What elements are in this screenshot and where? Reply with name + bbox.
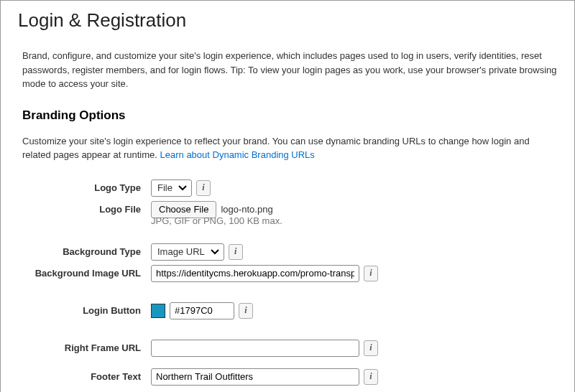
chevron-down-icon xyxy=(178,185,187,191)
login-button-color-swatch[interactable] xyxy=(151,304,165,318)
info-icon: i xyxy=(369,268,372,279)
footer-text-input[interactable] xyxy=(151,368,359,386)
info-icon: i xyxy=(369,342,372,353)
right-frame-input[interactable] xyxy=(151,340,359,357)
branding-section-description: Customize your site's login experience t… xyxy=(22,134,557,162)
logo-type-label: Logo Type xyxy=(18,179,151,193)
footer-text-row: Footer Text i xyxy=(18,368,557,386)
background-type-label: Background Type xyxy=(18,243,151,257)
login-button-color-input[interactable] xyxy=(170,302,234,319)
logo-file-label: Logo File xyxy=(18,201,151,215)
footer-text-info-button[interactable]: i xyxy=(364,369,378,385)
background-type-value: Image URL xyxy=(157,246,205,257)
logo-filename: logo-nto.png xyxy=(221,204,272,215)
logo-type-info-button[interactable]: i xyxy=(196,180,211,196)
right-frame-row: Right Frame URL i xyxy=(18,340,557,357)
branding-section-title: Branding Options xyxy=(22,108,557,123)
info-icon: i xyxy=(202,182,204,193)
right-frame-info-button[interactable]: i xyxy=(364,340,378,356)
background-url-input[interactable] xyxy=(151,265,359,282)
login-registration-panel: Login & Registration Brand, configure, a… xyxy=(0,0,575,392)
page-title: Login & Registration xyxy=(18,9,557,32)
background-url-row: Background Image URL i xyxy=(18,265,557,282)
background-url-info-button[interactable]: i xyxy=(364,266,378,281)
background-url-label: Background Image URL xyxy=(18,265,151,279)
logo-type-select[interactable]: File xyxy=(151,179,192,197)
info-icon: i xyxy=(369,371,372,382)
footer-text-label: Footer Text xyxy=(18,368,151,382)
login-button-row: Login Button i xyxy=(18,302,557,319)
dynamic-branding-link[interactable]: Learn about Dynamic Branding URLs xyxy=(160,149,315,160)
background-type-row: Background Type Image URL i xyxy=(18,243,557,261)
chevron-down-icon xyxy=(211,249,219,255)
logo-type-value: File xyxy=(157,182,172,193)
info-icon: i xyxy=(234,246,236,257)
info-icon: i xyxy=(244,305,247,316)
background-type-select[interactable]: Image URL xyxy=(151,243,224,261)
right-frame-label: Right Frame URL xyxy=(18,340,151,353)
login-button-info-button[interactable]: i xyxy=(239,303,253,319)
logo-file-hint: JPG, GIF or PNG, 100 KB max. xyxy=(151,215,557,226)
background-type-info-button[interactable]: i xyxy=(229,244,243,260)
login-button-label: Login Button xyxy=(18,302,151,316)
logo-type-row: Logo Type File i xyxy=(18,179,557,197)
page-description: Brand, configure, and customize your sit… xyxy=(22,49,557,91)
